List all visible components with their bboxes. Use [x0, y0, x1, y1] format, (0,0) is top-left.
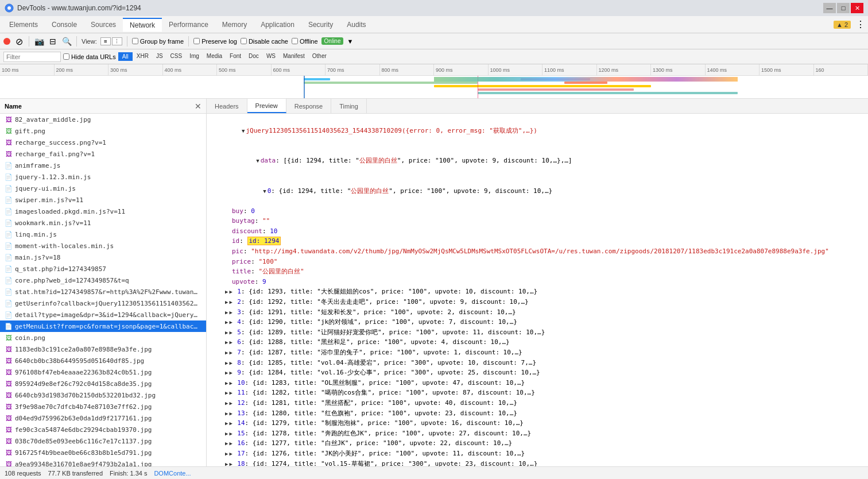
filter-doc[interactable]: Doc: [245, 52, 262, 61]
json-item-toggle[interactable]: ▶: [225, 370, 235, 376]
filter-media[interactable]: Media: [203, 52, 226, 61]
file-item[interactable]: 📄linq.min.js: [0, 229, 206, 240]
tab-headers[interactable]: Headers: [207, 99, 247, 113]
filter-js[interactable]: JS: [153, 52, 166, 61]
filter-other[interactable]: Other: [309, 52, 330, 61]
tab-elements[interactable]: Elements: [2, 18, 45, 31]
json-item-toggle[interactable]: ▶: [225, 299, 235, 305]
file-item[interactable]: 🖼fe90c3ca54874e6dbc29294cbab19370.jpg: [0, 424, 206, 435]
file-item[interactable]: 📄main.js?v=18: [0, 252, 206, 263]
tab-security[interactable]: Security: [301, 18, 340, 31]
file-item[interactable]: 🖼6640cb93d1983d70b2150db532201bd32.jpg: [0, 389, 206, 401]
file-item[interactable]: 📄q_stat.php?id=1274349857: [0, 263, 206, 275]
group-by-frame-checkbox[interactable]: Group by frame: [132, 38, 184, 45]
json-item-toggle[interactable]: ▶: [225, 380, 235, 386]
file-item[interactable]: 📄stat.htm?id=1274349857&r=http%3A%2F%2Fw…: [0, 286, 206, 298]
filter-font[interactable]: Font: [226, 52, 245, 61]
json-item-toggle[interactable]: ▶: [225, 431, 235, 436]
json-item-toggle[interactable]: ▶: [225, 360, 235, 366]
offline-checkbox[interactable]: Offline: [292, 38, 318, 45]
file-item[interactable]: 📄getMenuList?from=pc&format=jsonp&page=1…: [0, 320, 206, 332]
hide-data-urls-input[interactable]: [63, 53, 69, 60]
json-item-toggle[interactable]: ▶: [225, 461, 235, 466]
titlebar-controls[interactable]: — □ ✕: [823, 3, 863, 13]
domcontent-link[interactable]: DOMConte...: [154, 470, 191, 477]
file-item[interactable]: 📄jquery-ui.min.js: [0, 183, 206, 194]
file-item[interactable]: 🖼976108bf47eb4eaaae22363b824c0b51.jpg: [0, 366, 206, 378]
file-item[interactable]: 🖼gift.png: [0, 125, 206, 137]
json-item-toggle[interactable]: ▶: [225, 330, 235, 335]
tab-response[interactable]: Response: [286, 99, 332, 113]
tab-console[interactable]: Console: [45, 18, 84, 31]
maximize-button[interactable]: □: [837, 3, 850, 13]
disable-cache-input[interactable]: [241, 38, 247, 44]
json-item-toggle[interactable]: ▶: [225, 451, 235, 457]
file-item[interactable]: 🖼3f9e98ae70c7dfcb4b74e87103e7ff62.jpg: [0, 401, 206, 412]
file-item[interactable]: 🖼1183edb3c191ce2a0a807e8988e9a3fe.jpg: [0, 343, 206, 355]
hide-data-urls-checkbox[interactable]: Hide data URLs: [63, 53, 116, 60]
offline-input[interactable]: [292, 38, 298, 44]
filter-css[interactable]: CSS: [167, 52, 186, 61]
json-item-toggle[interactable]: ▶: [225, 339, 235, 345]
json-item-toggle[interactable]: ▶: [225, 420, 235, 426]
filter-manifest[interactable]: Manifest: [280, 52, 308, 61]
camera-button[interactable]: 📷: [34, 36, 44, 47]
file-item[interactable]: 🖼recharge_fail.png?v=1: [0, 148, 206, 160]
file-item[interactable]: 🖼82_avatar_middle.jpg: [0, 114, 206, 125]
json-item-toggle[interactable]: ▶: [225, 319, 235, 325]
file-item[interactable]: 📄wookmark.min.js?v=11: [0, 217, 206, 229]
close-detail-button[interactable]: ✕: [195, 102, 202, 111]
json-item-toggle[interactable]: ▶: [225, 390, 235, 396]
filter-ws[interactable]: WS: [263, 52, 279, 61]
tab-memory[interactable]: Memory: [215, 18, 254, 31]
file-item[interactable]: 🖼d04ed9d759962b63e0da1dd9f2177161.jpg: [0, 412, 206, 424]
preserve-log-input[interactable]: [193, 38, 200, 44]
file-item[interactable]: 📄swiper.min.js?v=11: [0, 194, 206, 206]
json-toggle-data[interactable]: [256, 157, 260, 164]
filter-all[interactable]: All: [118, 52, 133, 61]
preserve-log-checkbox[interactable]: Preserve log: [193, 38, 237, 45]
settings-button[interactable]: ⋮: [855, 20, 866, 30]
file-item[interactable]: 📄moment-with-locales.min.js: [0, 240, 206, 252]
json-item-toggle[interactable]: ▶: [225, 289, 235, 295]
group-by-frame-input[interactable]: [132, 38, 138, 44]
json-item-toggle[interactable]: ▶: [225, 411, 235, 416]
file-item[interactable]: 🖼038c70de85e093eeb6c116c7e17c1137.jpg: [0, 435, 206, 447]
filter-img[interactable]: Img: [186, 52, 203, 61]
filter-button[interactable]: ⊟: [48, 36, 58, 47]
file-item[interactable]: 📄detail?type=image&dpr=3&id=1294&callbac…: [0, 309, 206, 320]
file-item[interactable]: 📄core.php?web_id=1274349857&t=q: [0, 275, 206, 286]
file-item[interactable]: 🖼a9ea99348e316701e8ae9f4793b2a1a1.jpg: [0, 458, 206, 466]
throttle-dropdown[interactable]: ▼: [347, 38, 353, 45]
search-button[interactable]: 🔍: [61, 36, 72, 47]
close-button[interactable]: ✕: [851, 3, 863, 13]
file-item[interactable]: 📄jquery-1.12.3.min.js: [0, 171, 206, 183]
disable-cache-checkbox[interactable]: Disable cache: [241, 38, 288, 45]
view-icon-2[interactable]: ⋮: [112, 37, 122, 45]
file-item[interactable]: 📄imagesloaded.pkgd.min.js?v=11: [0, 206, 206, 217]
file-item[interactable]: 🖼coin.png: [0, 332, 206, 343]
tab-sources[interactable]: Sources: [84, 18, 123, 31]
json-toggle-item0[interactable]: [263, 187, 267, 195]
view-icon-1[interactable]: ≡: [100, 37, 111, 45]
record-button[interactable]: [3, 38, 10, 45]
file-item[interactable]: 📄getUserinfo?callback=jQuery112305135611…: [0, 298, 206, 309]
file-item[interactable]: 🖼895924d9e8ef26c792c04d158ca8de35.jpg: [0, 378, 206, 389]
json-item-toggle[interactable]: ▶: [225, 441, 235, 446]
file-item[interactable]: 📄animframe.js: [0, 160, 206, 171]
filter-xhr[interactable]: XHR: [133, 52, 152, 61]
json-item-toggle[interactable]: ▶: [225, 310, 235, 315]
tab-network[interactable]: Network: [123, 18, 162, 32]
filter-input[interactable]: [3, 52, 61, 62]
tab-preview[interactable]: Preview: [247, 99, 286, 113]
tab-performance[interactable]: Performance: [162, 18, 215, 31]
file-item[interactable]: 🖼6640cb0bc38b6449595d051640df85.jpg: [0, 355, 206, 366]
file-item[interactable]: 🖼916725f4b9beae0be66c83b8b1e5d791.jpg: [0, 447, 206, 458]
tab-application[interactable]: Application: [254, 18, 301, 31]
tab-timing[interactable]: Timing: [331, 99, 367, 113]
minimize-button[interactable]: —: [823, 3, 836, 13]
clear-button[interactable]: ⊘: [14, 36, 24, 47]
json-item-toggle[interactable]: ▶: [225, 350, 235, 356]
file-item[interactable]: 🖼recharge_success.png?v=1: [0, 137, 206, 148]
tab-audits[interactable]: Audits: [340, 18, 373, 31]
